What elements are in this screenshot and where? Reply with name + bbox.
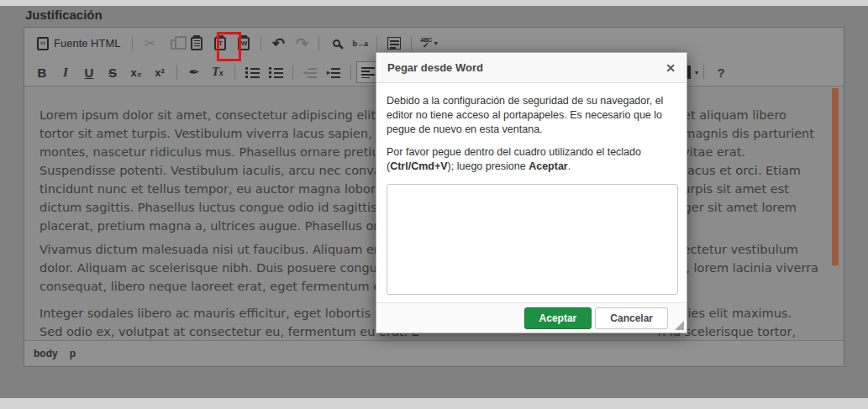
align-left-icon (361, 67, 375, 78)
question-mark-icon: ? (717, 66, 724, 80)
scrollbar-thumb[interactable] (832, 88, 839, 265)
select-all-button[interactable] (382, 33, 406, 55)
dialog-instruction: Por favor pegue dentro del cuadro utiliz… (387, 145, 676, 174)
replace-button[interactable]: b→a (348, 33, 371, 55)
copy-icon (171, 39, 179, 50)
bold-button[interactable]: B (30, 61, 54, 83)
chevron-down-icon[interactable]: ▾ (695, 69, 698, 76)
superscript-icon: x² (155, 66, 165, 79)
dialog-body: Debido a la configuración de seguridad d… (376, 83, 687, 295)
scissors-icon: ✂ (145, 37, 155, 50)
partial-button-icon (687, 66, 691, 79)
toolbar-separator (411, 36, 412, 51)
paste-textarea[interactable] (387, 184, 678, 295)
source-html-label: Fuente HTML (54, 37, 120, 50)
toolbar-separator (176, 65, 177, 80)
underline-button[interactable]: U (77, 61, 101, 83)
decrease-indent-button[interactable]: ◂ (298, 61, 322, 83)
source-code-icon: ‹› (37, 37, 49, 50)
cancel-button[interactable]: Cancelar (595, 307, 668, 329)
subscript-button[interactable]: x₂ (124, 61, 148, 83)
annotation-highlight-box (217, 32, 241, 61)
toolbar-separator (132, 36, 133, 51)
dialog-header: Pegar desde Word ✕ (376, 53, 687, 83)
chevron-down-icon: ▾ (434, 39, 438, 47)
indent-icon: ▸ (327, 67, 341, 78)
element-path-body[interactable]: body (34, 348, 58, 359)
remove-format-icon: Tx (212, 66, 224, 79)
paste-from-word-dialog: Pegar desde Word ✕ Debido a la configura… (376, 52, 687, 333)
paste-clipboard-icon (191, 37, 203, 50)
strikethrough-icon: S (108, 66, 117, 80)
subscript-icon: x₂ (130, 66, 141, 79)
increase-indent-button[interactable]: ▸ (322, 61, 345, 83)
toolbar-separator (703, 65, 704, 80)
copy-button[interactable] (161, 33, 185, 55)
page: Justificación ‹› Fuente HTML ✂ T W (0, 0, 868, 409)
toolbar-separator (292, 65, 293, 80)
redo-button[interactable]: ↷ (290, 33, 313, 55)
toolbar-separator (318, 36, 319, 51)
italic-icon: I (63, 66, 68, 80)
numbered-list-button[interactable] (240, 61, 264, 83)
dialog-resize-handle[interactable] (675, 321, 684, 330)
italic-button[interactable]: I (54, 61, 77, 83)
accept-button[interactable]: Aceptar (524, 307, 592, 329)
spellcheck-button[interactable]: ABC ✓ ▾ (417, 33, 440, 55)
brush-icon: ✒ (189, 65, 200, 80)
redo-arrow-icon: ↷ (296, 36, 308, 51)
remove-format-button[interactable]: Tx (206, 61, 229, 83)
select-all-icon (387, 37, 401, 50)
superscript-button[interactable]: x² (148, 61, 171, 83)
dialog-message: Debido a la configuración de seguridad d… (387, 94, 676, 137)
numbered-list-icon (245, 67, 260, 78)
magnifier-icon (333, 39, 340, 47)
paste-button[interactable] (185, 33, 208, 55)
help-button[interactable]: ? (709, 61, 733, 83)
toolbar-separator (350, 65, 351, 80)
source-html-button[interactable]: ‹› Fuente HTML (30, 33, 127, 55)
strikethrough-button[interactable]: S (101, 61, 124, 83)
toolbar-separator (376, 36, 377, 51)
outdent-icon: ◂ (303, 67, 318, 78)
toolbar-separator (234, 65, 235, 80)
bullet-list-icon (269, 67, 283, 78)
underline-icon: U (85, 66, 94, 80)
replace-icon: b→a (352, 39, 367, 48)
spellcheck-icon: ABC ✓ (420, 37, 432, 50)
element-path-bar: body p (24, 341, 844, 365)
field-label: Justificación (25, 8, 103, 22)
find-button[interactable] (324, 33, 348, 55)
bullet-list-button[interactable] (264, 61, 287, 83)
element-path-p[interactable]: p (70, 348, 76, 359)
cut-button[interactable]: ✂ (138, 33, 161, 55)
dialog-title: Pegar desde Word (387, 61, 483, 74)
toolbar-right-fragment: ▾ ? (687, 59, 733, 86)
copy-formatting-button[interactable]: ✒ (182, 61, 206, 83)
close-icon[interactable]: ✕ (665, 61, 676, 75)
toolbar-separator (260, 36, 261, 51)
undo-button[interactable]: ↶ (266, 33, 290, 55)
dialog-footer: Aceptar Cancelar (376, 302, 687, 333)
undo-arrow-icon: ↶ (272, 36, 285, 51)
bold-icon: B (38, 66, 47, 80)
